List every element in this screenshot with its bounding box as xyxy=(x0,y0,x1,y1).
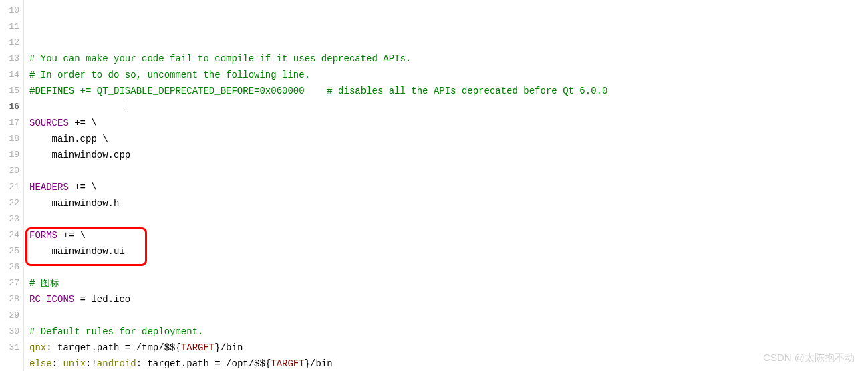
line-number: 29 xyxy=(0,307,23,324)
code-token: mainwindow.ui xyxy=(29,246,125,257)
code-line[interactable]: qnx: target.path = /tmp/$${TARGET}/bin xyxy=(29,340,868,356)
code-token: HEADERS xyxy=(29,182,69,193)
line-number: 12 xyxy=(0,35,23,51)
code-token: android xyxy=(97,358,136,369)
code-line[interactable] xyxy=(29,163,868,179)
code-token: # Default rules for deployment. xyxy=(29,326,203,337)
watermark-text: CSDN @太陈抱不动 xyxy=(763,352,855,364)
code-token: # 图标 xyxy=(29,278,59,289)
line-number: 19 xyxy=(0,147,23,163)
code-line[interactable]: # 图标 xyxy=(29,275,868,291)
code-line[interactable]: # In order to do so, uncomment the follo… xyxy=(29,67,868,83)
line-number: 23 xyxy=(0,211,23,227)
line-number: 13 xyxy=(0,51,23,67)
line-number: 25 xyxy=(0,243,23,259)
code-line[interactable]: mainwindow.cpp xyxy=(29,147,868,163)
code-token: :! xyxy=(86,358,97,369)
line-number: 20 xyxy=(0,163,23,179)
code-token: mainwindow.h xyxy=(29,198,119,209)
code-line[interactable]: #DEFINES += QT_DISABLE_DEPRECATED_BEFORE… xyxy=(29,83,868,99)
line-number: 10 xyxy=(0,3,23,19)
code-line[interactable]: # Default rules for deployment. xyxy=(29,324,868,340)
code-line[interactable]: else: unix:!android: target.path = /opt/… xyxy=(29,356,868,371)
line-number-gutter: 1011121314151617181920212223242526272829… xyxy=(0,0,24,371)
line-number: 21 xyxy=(0,179,23,195)
code-token: }/bin xyxy=(305,358,333,369)
code-token: : xyxy=(52,358,63,369)
line-number: 11 xyxy=(0,19,23,35)
code-line[interactable]: mainwindow.ui xyxy=(29,243,868,259)
code-editor[interactable]: 1011121314151617181920212223242526272829… xyxy=(0,0,868,371)
code-token: qnx xyxy=(29,342,46,353)
code-token: main.cpp \ xyxy=(29,134,108,144)
code-token: # You can make your code fail to compile… xyxy=(29,53,411,64)
text-cursor xyxy=(126,99,126,111)
code-token: += \ xyxy=(69,182,97,193)
code-token: += \ xyxy=(69,118,97,128)
code-line[interactable] xyxy=(29,307,868,324)
line-number: 18 xyxy=(0,131,23,147)
code-token: : target.path = /tmp/$${ xyxy=(46,342,181,353)
code-area[interactable]: # You can make your code fail to compile… xyxy=(24,0,868,371)
line-number: 28 xyxy=(0,291,23,307)
code-line[interactable]: HEADERS += \ xyxy=(29,179,868,195)
code-token: RC_ICONS xyxy=(29,294,74,305)
line-number: 30 xyxy=(0,324,23,340)
code-line[interactable]: main.cpp \ xyxy=(29,131,868,147)
line-number: 17 xyxy=(0,115,23,131)
line-number: 26 xyxy=(0,259,23,275)
code-line[interactable]: SOURCES += \ xyxy=(29,115,868,131)
code-token: #DEFINES += QT_DISABLE_DEPRECATED_BEFORE… xyxy=(29,86,607,96)
code-line[interactable]: mainwindow.h xyxy=(29,195,868,211)
code-token: += \ xyxy=(57,230,86,241)
code-token: else xyxy=(29,358,52,369)
code-token: mainwindow.cpp xyxy=(29,150,130,160)
code-token: : target.path = /opt/$${ xyxy=(136,358,271,369)
line-number: 16 xyxy=(0,99,23,115)
code-token: unix xyxy=(63,358,86,369)
line-number: 22 xyxy=(0,195,23,211)
line-number: 15 xyxy=(0,83,23,99)
code-token: # In order to do so, uncomment the follo… xyxy=(29,70,310,80)
code-line[interactable] xyxy=(29,211,868,227)
code-token: SOURCES xyxy=(29,118,69,128)
line-number: 14 xyxy=(0,67,23,83)
code-line[interactable]: # You can make your code fail to compile… xyxy=(29,51,868,67)
line-number: 31 xyxy=(0,340,23,356)
line-number: 27 xyxy=(0,275,23,291)
code-token: }/bin xyxy=(214,342,243,353)
code-line[interactable]: RC_ICONS = led.ico xyxy=(29,291,868,307)
code-token: TARGET xyxy=(271,358,304,369)
code-line[interactable] xyxy=(29,99,868,115)
code-token: TARGET xyxy=(181,342,214,353)
line-number: 24 xyxy=(0,227,23,243)
code-token: = led.ico xyxy=(74,294,130,305)
code-line[interactable] xyxy=(29,259,868,275)
code-line[interactable]: FORMS += \ xyxy=(29,227,868,243)
code-token: FORMS xyxy=(29,230,57,241)
